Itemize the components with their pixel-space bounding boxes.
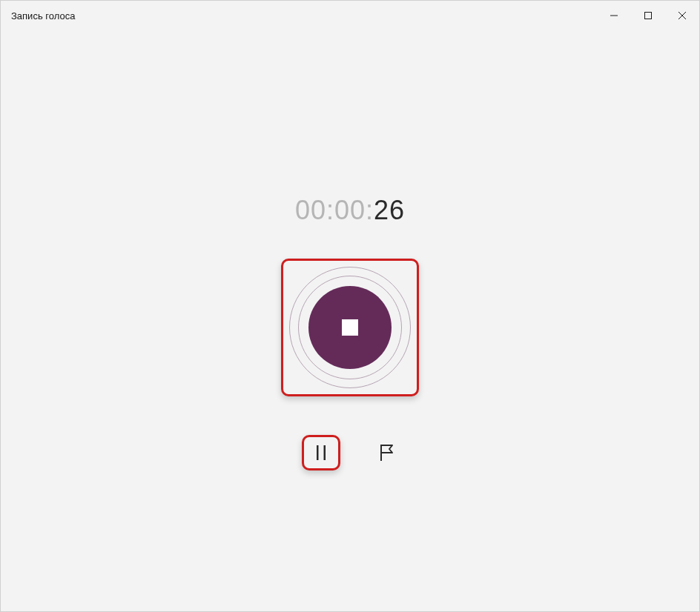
stop-icon: [342, 319, 358, 336]
pause-icon: [314, 445, 328, 461]
close-icon: [678, 12, 686, 19]
window-title: Запись голоса: [11, 10, 75, 21]
minimize-button[interactable]: [597, 1, 631, 30]
secondary-controls: [302, 435, 398, 470]
minimize-icon: [610, 12, 618, 19]
timer-active-part: 26: [374, 195, 405, 225]
stop-button-wrap: [288, 266, 412, 389]
svg-rect-1: [645, 13, 652, 19]
stop-button-highlight: [281, 259, 419, 396]
flag-icon: [379, 444, 395, 462]
titlebar: Запись голоса: [1, 1, 699, 30]
window-controls: [597, 1, 699, 30]
pause-button[interactable]: [310, 442, 332, 464]
stop-recording-button[interactable]: [308, 286, 392, 369]
svg-rect-4: [317, 445, 319, 460]
timer-inactive-part: 00:00:: [295, 195, 374, 225]
maximize-button[interactable]: [631, 1, 665, 30]
content-area: 00:00:26: [1, 30, 699, 611]
add-marker-button[interactable]: [376, 442, 398, 464]
pause-button-highlight: [302, 435, 340, 470]
svg-rect-5: [324, 445, 326, 460]
recording-timer: 00:00:26: [295, 195, 405, 226]
close-button[interactable]: [665, 1, 699, 30]
app-window: Запись голоса 00:00:26: [0, 0, 700, 612]
maximize-icon: [644, 12, 652, 19]
